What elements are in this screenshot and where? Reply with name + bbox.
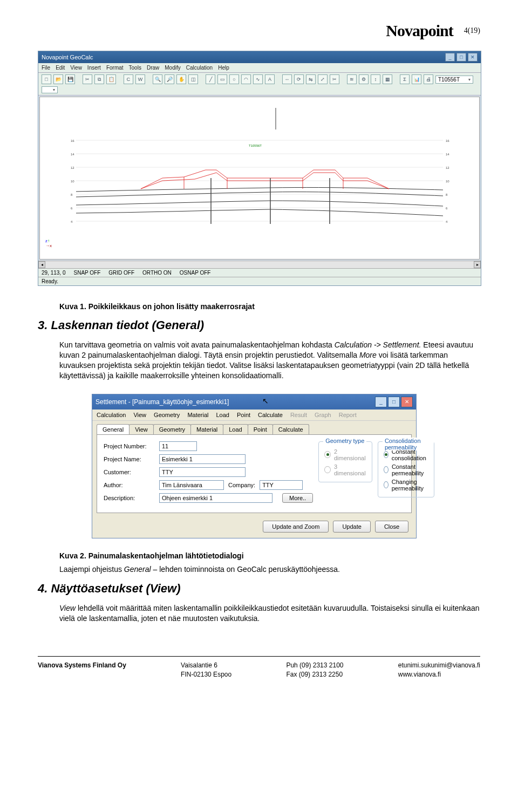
titlebar: Novapoint GeoCalc _ □ ✕: [38, 51, 481, 63]
scroll-right-icon[interactable]: ▸: [474, 261, 481, 268]
scale-icon[interactable]: ⤢: [318, 74, 328, 84]
copy-icon[interactable]: ⧉: [94, 74, 104, 84]
input-projname[interactable]: [159, 454, 246, 464]
close-button[interactable]: Close: [375, 521, 408, 533]
command-line[interactable]: Ready.: [38, 277, 481, 285]
line-icon[interactable]: ╱: [206, 74, 215, 84]
menu-file[interactable]: File: [42, 65, 50, 71]
menu-modify[interactable]: Modify: [165, 65, 180, 71]
svg-text:6: 6: [446, 207, 448, 210]
dialog-maximize-icon[interactable]: □: [388, 397, 400, 407]
label-company: Company:: [228, 482, 255, 488]
tab-calculate[interactable]: Calculate: [272, 424, 309, 434]
menu-draw[interactable]: Draw: [147, 65, 159, 71]
dialog-button-row: Update and Zoom Update Close: [92, 517, 416, 538]
menu-calculation[interactable]: Calculation: [186, 65, 213, 71]
tab-body-general: Project Number: Project Name: Customer: …: [97, 434, 412, 513]
dmenu-calculate[interactable]: Calculate: [258, 412, 283, 418]
text-icon[interactable]: A: [265, 74, 275, 84]
tab-general[interactable]: General: [97, 424, 130, 434]
radio-changing-permeability[interactable]: Changing permeability: [384, 479, 428, 492]
input-customer[interactable]: [159, 467, 246, 477]
tool-w-icon[interactable]: W: [135, 74, 145, 84]
input-description[interactable]: [159, 493, 272, 503]
arc-icon[interactable]: ◠: [241, 74, 251, 84]
tab-geometry[interactable]: Geometry: [153, 424, 191, 434]
hatch-icon[interactable]: ▦: [383, 74, 392, 84]
menu-insert[interactable]: Insert: [87, 65, 101, 71]
menu-format[interactable]: Format: [106, 65, 124, 71]
osnap-toggle[interactable]: OSNAP OFF: [180, 270, 211, 276]
update-zoom-button[interactable]: Update and Zoom: [263, 521, 329, 533]
save-icon[interactable]: 💾: [65, 74, 75, 84]
dmenu-load[interactable]: Load: [216, 412, 229, 418]
dialog-titlebar: Settlement - [Painuma_käyttöohje_esimerk…: [92, 394, 416, 410]
input-company[interactable]: [260, 480, 303, 490]
menu-edit[interactable]: Edit: [56, 65, 65, 71]
dialog-close-icon[interactable]: ✕: [401, 397, 413, 407]
close-icon[interactable]: ✕: [468, 53, 478, 62]
new-icon[interactable]: □: [42, 74, 51, 84]
scroll-left-icon[interactable]: ◂: [38, 261, 45, 268]
spline-icon[interactable]: ∿: [253, 74, 263, 84]
move-icon[interactable]: ↔: [282, 74, 292, 84]
prop-icon[interactable]: ⚙: [359, 74, 369, 84]
more-button[interactable]: More..: [282, 493, 313, 503]
trim-icon[interactable]: ✂: [330, 74, 339, 84]
svg-text:16: 16: [71, 139, 74, 142]
rect-icon[interactable]: ▭: [217, 74, 227, 84]
grid-toggle[interactable]: GRID OFF: [108, 270, 134, 276]
mirror-icon[interactable]: ⇋: [306, 74, 316, 84]
dmenu-calculation[interactable]: Calculation: [97, 412, 126, 418]
tab-material[interactable]: Material: [190, 424, 223, 434]
rotate-icon[interactable]: ⟳: [294, 74, 304, 84]
menu-view[interactable]: View: [70, 65, 82, 71]
dmenu-result: Result: [290, 412, 307, 418]
menu-help[interactable]: Help: [218, 65, 229, 71]
input-projnum[interactable]: [159, 441, 197, 451]
menu-tools[interactable]: Tools: [129, 65, 141, 71]
paste-icon[interactable]: 📋: [106, 74, 116, 84]
dialog-minimize-icon[interactable]: _: [375, 397, 387, 407]
paragraph-view: View lehdellä voit määrittää miten laske…: [59, 603, 480, 624]
ortho-toggle[interactable]: ORTHO ON: [142, 270, 172, 276]
label-customer: Customer:: [104, 469, 155, 475]
print-icon[interactable]: 🖨: [424, 74, 433, 84]
tool-c-icon[interactable]: C: [124, 74, 133, 84]
calc-icon[interactable]: Σ: [400, 74, 410, 84]
cut-icon[interactable]: ✂: [83, 74, 92, 84]
dmenu-geometry[interactable]: Geometry: [154, 412, 180, 418]
open-icon[interactable]: 📂: [53, 74, 63, 84]
heading-general: 3. Laskennan tiedot (General): [38, 318, 480, 332]
input-author[interactable]: [159, 480, 224, 490]
radio-constant-permeability[interactable]: Constant permeability: [384, 463, 428, 476]
view-3d-icon[interactable]: ◫: [188, 74, 198, 84]
snap-toggle[interactable]: SNAP OFF: [73, 270, 100, 276]
layer-icon[interactable]: ≋: [347, 74, 357, 84]
tab-view[interactable]: View: [129, 424, 154, 434]
svg-text:6: 6: [71, 207, 73, 210]
tab-load[interactable]: Load: [223, 424, 248, 434]
pan-icon[interactable]: ✋: [176, 74, 186, 84]
zoom-out-icon[interactable]: 🔎: [165, 74, 174, 84]
toolbar: □ 📂 💾 ✂ ⧉ 📋 C W 🔍 🔎 ✋ ◫ ╱ ▭ ○ ◠ ∿ A ↔ ⟳: [38, 73, 481, 95]
dmenu-point[interactable]: Point: [237, 412, 250, 418]
layer-combo[interactable]: T10556T: [435, 76, 473, 84]
minimize-icon[interactable]: _: [445, 53, 455, 62]
maximize-icon[interactable]: □: [456, 53, 466, 62]
circle-icon[interactable]: ○: [229, 74, 239, 84]
page-number: 4(19): [464, 26, 480, 35]
tab-point[interactable]: Point: [248, 424, 273, 434]
dmenu-material[interactable]: Material: [187, 412, 208, 418]
drawing-canvas[interactable]: 16 14 12 10 8 6 4 16 14 12 10 8 6 4 T105…: [39, 97, 480, 260]
update-button[interactable]: Update: [333, 521, 370, 533]
zoom-in-icon[interactable]: 🔍: [153, 74, 162, 84]
dim-icon[interactable]: ↕: [371, 74, 380, 84]
combo-2[interactable]: [42, 86, 58, 93]
label-description: Description:: [104, 495, 155, 501]
chart-icon[interactable]: 📊: [412, 74, 421, 84]
dmenu-view[interactable]: View: [133, 412, 146, 418]
brand-logo: Novapoint: [386, 22, 453, 40]
ucs-icon: z↑→x: [45, 238, 52, 248]
horizontal-scrollbar[interactable]: ◂ ▸: [38, 261, 481, 268]
